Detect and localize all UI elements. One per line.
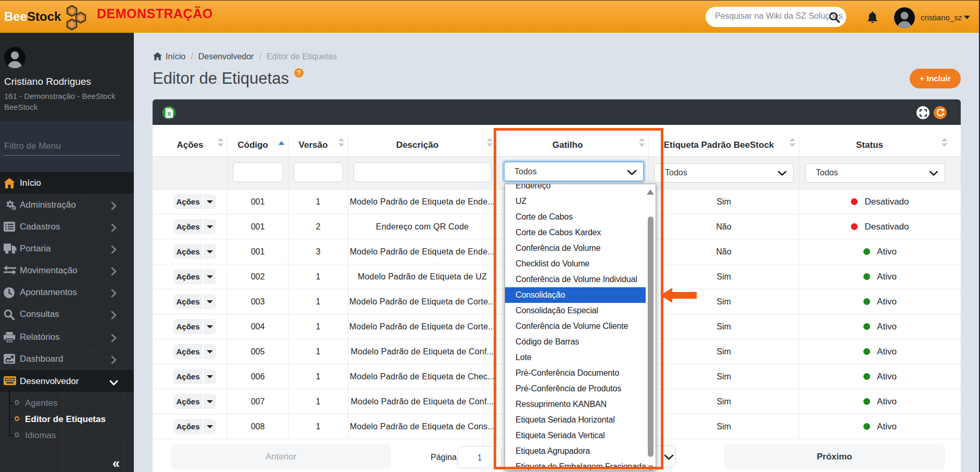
svg-text:X: X (167, 110, 171, 117)
